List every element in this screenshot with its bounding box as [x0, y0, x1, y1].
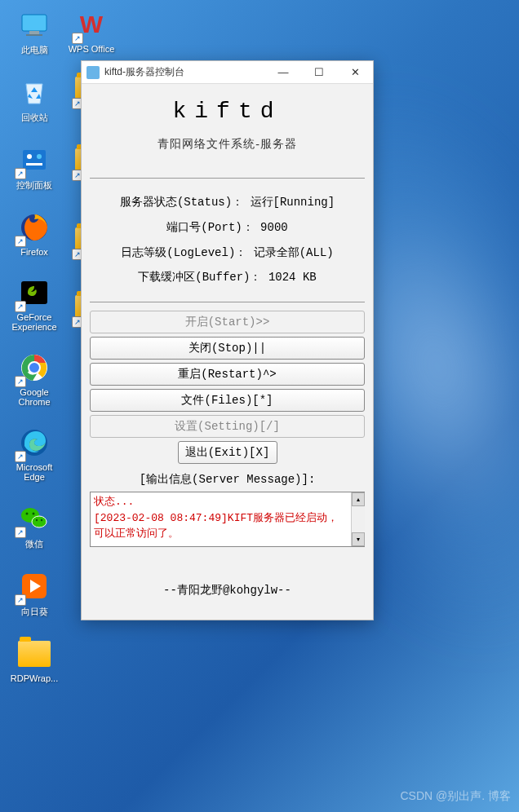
- cpanel-icon: ↗: [16, 142, 52, 178]
- folder-icon: [16, 636, 52, 672]
- titlebar[interactable]: kiftd-服务器控制台 — ☐ ✕: [82, 61, 373, 84]
- start-button: 开启(Start)>>: [90, 311, 365, 333]
- this-pc-icon[interactable]: 此电脑: [8, 7, 60, 56]
- window-content: kiftd 青阳网络文件系统-服务器 服务器状态(Status)： 运行[Run…: [82, 84, 373, 598]
- nvidia-label: GeForce Experience: [11, 312, 56, 332]
- svg-rect-0: [22, 15, 47, 31]
- message-label: [输出信息(Server Message)]:: [82, 472, 373, 487]
- nvidia-icon: ↗: [16, 275, 52, 311]
- cpanel-label: 控制面板: [16, 179, 52, 192]
- edge-icon[interactable]: ↗ Microsoft Edge: [8, 425, 60, 482]
- port-row: 端口号(Port)： 9000: [82, 215, 373, 241]
- recycle-label: 回收站: [21, 112, 48, 124]
- control-panel-icon[interactable]: ↗ 控制面板: [8, 142, 60, 192]
- sunlogin-icon[interactable]: ↗ 向日葵: [8, 568, 60, 618]
- recycle-icon: [16, 74, 52, 110]
- message-text[interactable]: 状态... [2023-02-08 08:47:49]KIFT服务器已经启动，可…: [91, 492, 351, 546]
- pc-icon: [16, 7, 52, 42]
- sunlogin-label: 向日葵: [21, 606, 48, 618]
- kiftd-window: kiftd-服务器控制台 — ☐ ✕ kiftd 青阳网络文件系统-服务器 服务…: [81, 60, 374, 620]
- chrome-img: ↗: [16, 350, 52, 386]
- svg-text:W: W: [80, 11, 104, 38]
- rdpwrap-label: RDPWrap...: [11, 673, 58, 683]
- firefox-icon[interactable]: ↗ Firefox: [8, 210, 60, 257]
- wps-label: WPS Office: [69, 44, 115, 54]
- buffer-value: 1024 KB: [268, 271, 317, 284]
- stop-button[interactable]: 关闭(Stop)||: [90, 337, 365, 360]
- window-title: kiftd-服务器控制台: [104, 65, 265, 79]
- window-icon: [86, 66, 100, 79]
- wps-img: W↗: [73, 7, 109, 42]
- scroll-track[interactable]: [352, 506, 365, 532]
- svg-point-14: [32, 516, 47, 527]
- svg-point-4: [27, 154, 32, 159]
- pc-label: 此电脑: [21, 44, 48, 56]
- chrome-label: Google Chrome: [18, 387, 50, 407]
- setting-button: 设置(Setting)[/]: [90, 415, 365, 438]
- close-button[interactable]: ✕: [337, 61, 373, 84]
- restart-button[interactable]: 重启(Restart)^>: [90, 363, 365, 386]
- files-button[interactable]: 文件(Files)[*]: [90, 389, 365, 412]
- wechat-icon[interactable]: ↗ 微信: [8, 501, 60, 550]
- scrollbar: ▴ ▾: [351, 492, 365, 546]
- port-value: 9000: [260, 221, 288, 234]
- window-controls: — ☐ ✕: [265, 61, 373, 84]
- svg-rect-2: [26, 34, 42, 36]
- sunlogin-img: ↗: [16, 568, 52, 604]
- svg-point-16: [33, 512, 35, 514]
- svg-point-18: [41, 519, 42, 520]
- message-box: 状态... [2023-02-08 08:47:49]KIFT服务器已经启动，可…: [90, 492, 365, 547]
- svg-point-17: [36, 519, 38, 520]
- svg-rect-6: [26, 163, 42, 165]
- scroll-down-button[interactable]: ▾: [352, 532, 365, 546]
- app-title: kiftd: [82, 99, 373, 124]
- ff-icon: ↗: [16, 210, 52, 245]
- svg-rect-3: [23, 150, 46, 170]
- wps-office-icon[interactable]: W↗ WPS Office: [65, 7, 118, 54]
- edge-img: ↗: [16, 425, 52, 461]
- chrome-icon[interactable]: ↗ Google Chrome: [8, 350, 60, 407]
- status-block: 服务器状态(Status)： 运行[Running] 端口号(Port)： 90…: [82, 179, 373, 302]
- edge-label: Microsoft Edge: [16, 462, 53, 482]
- status-value: 运行[Running]: [251, 196, 335, 209]
- desktop-icons-column-1: 此电脑 回收站 ↗ 控制面板 ↗ Firefox ↗ GeForce Exper…: [8, 0, 60, 683]
- svg-point-5: [37, 154, 42, 159]
- scroll-up-button[interactable]: ▴: [352, 492, 365, 506]
- minimize-button[interactable]: —: [265, 61, 301, 84]
- maximize-button[interactable]: ☐: [301, 61, 337, 84]
- app-subtitle: 青阳网络文件系统-服务器: [82, 137, 373, 152]
- svg-point-15: [26, 512, 29, 514]
- recycle-bin-icon[interactable]: 回收站: [8, 74, 60, 124]
- buffer-row: 下载缓冲区(Buffer)： 1024 KB: [82, 265, 373, 290]
- log-value: 记录全部(ALL): [254, 246, 334, 259]
- geforce-experience-icon[interactable]: ↗ GeForce Experience: [8, 275, 60, 332]
- status-row: 服务器状态(Status)： 运行[Running]: [82, 190, 373, 215]
- wechat-img: ↗: [16, 501, 52, 536]
- rdpwrap-folder-icon[interactable]: RDPWrap...: [8, 636, 60, 683]
- exit-button[interactable]: 退出(Exit)[X]: [178, 441, 277, 464]
- ff-label: Firefox: [20, 247, 48, 257]
- footer: --青阳龙野@kohgylw--: [82, 583, 373, 598]
- loglevel-row: 日志等级(LogLevel)： 记录全部(ALL): [82, 241, 373, 266]
- svg-rect-1: [29, 31, 39, 34]
- wechat-label: 微信: [25, 538, 43, 550]
- watermark: CSDN @别出声. 博客: [400, 789, 511, 804]
